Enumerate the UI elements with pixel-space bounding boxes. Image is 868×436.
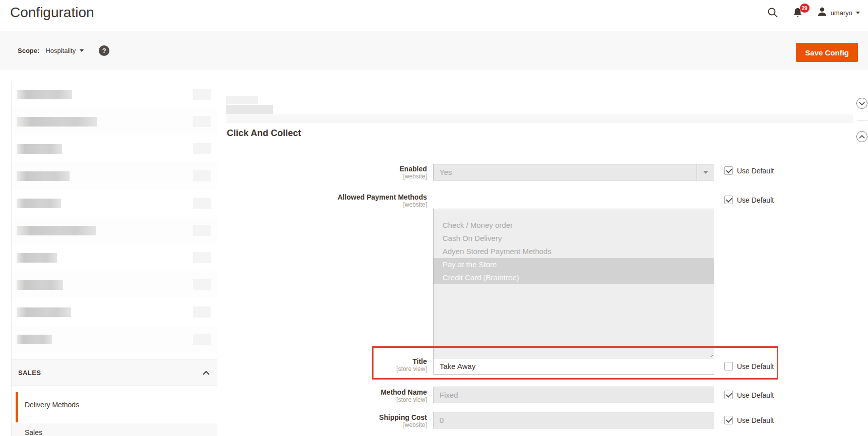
multiselect-options: Check / Money orderCash On DeliveryAdyen… bbox=[433, 209, 714, 284]
redacted-chip bbox=[193, 225, 211, 236]
help-icon[interactable]: ? bbox=[99, 45, 109, 56]
redacted-section-title-line bbox=[226, 105, 273, 114]
title-input[interactable] bbox=[433, 358, 714, 375]
sidebar-section-list bbox=[12, 81, 217, 353]
multiselect-option[interactable]: Pay at the Store bbox=[433, 258, 714, 271]
multiselect-option[interactable]: Check / Money order bbox=[433, 219, 714, 232]
page-header: Configuration 29 umaryo bbox=[0, 0, 868, 31]
config-main-panel: Click And Collect Enabled [website] Yes … bbox=[226, 81, 868, 436]
redacted-text-bar bbox=[17, 117, 97, 127]
redacted-chip bbox=[193, 334, 211, 345]
redacted-text-bar bbox=[17, 280, 63, 290]
scope-toolbar: Scope: Hospitality ? Save Config bbox=[0, 31, 868, 70]
allowed-payment-methods-multiselect[interactable]: Check / Money orderCash On DeliveryAdyen… bbox=[433, 209, 714, 358]
redacted-text-bar bbox=[17, 199, 61, 208]
use-default-shipping-cost[interactable]: Use Default bbox=[724, 416, 774, 424]
select-arrow-segment bbox=[697, 164, 714, 180]
section-collapse-toggle-expanded[interactable] bbox=[856, 131, 867, 142]
sidebar-placeholder-item[interactable] bbox=[12, 162, 217, 190]
notification-count-badge: 29 bbox=[800, 4, 810, 13]
redacted-section-title-line bbox=[226, 96, 258, 104]
chevron-down-icon bbox=[80, 49, 84, 52]
section-row-stripe bbox=[226, 114, 853, 123]
scope-label: Scope: bbox=[18, 47, 39, 54]
field-label-title: Title [store view] bbox=[226, 357, 427, 373]
sidebar-placeholder-item[interactable] bbox=[12, 244, 217, 271]
use-default-checkbox-checked[interactable] bbox=[724, 166, 733, 175]
sidebar-section-sales[interactable]: SALES bbox=[12, 359, 217, 386]
page-title: Configuration bbox=[10, 5, 94, 21]
config-sidebar: SALES Delivery Methods Sales bbox=[11, 81, 217, 436]
sidebar-placeholder-item[interactable] bbox=[12, 190, 217, 217]
multiselect-option[interactable]: Credit Card (Braintree) bbox=[433, 271, 714, 284]
header-actions: 29 umaryo bbox=[767, 0, 860, 25]
notifications-bell-icon[interactable]: 29 bbox=[792, 7, 803, 18]
redacted-text-bar bbox=[17, 307, 71, 317]
use-default-checkbox-unchecked[interactable] bbox=[724, 362, 733, 370]
section-title-click-and-collect: Click And Collect bbox=[227, 128, 301, 139]
chevron-down-icon bbox=[703, 171, 708, 174]
method-name-input[interactable] bbox=[433, 387, 714, 403]
scope-switcher[interactable]: Hospitality bbox=[45, 47, 84, 54]
use-default-enabled[interactable]: Use Default bbox=[724, 166, 774, 175]
redacted-chip bbox=[193, 89, 211, 100]
redacted-text-bar bbox=[17, 226, 96, 235]
redacted-text-bar bbox=[17, 171, 70, 181]
scope-group: Scope: Hospitality ? bbox=[18, 31, 109, 70]
sidebar-placeholder-item[interactable] bbox=[12, 298, 217, 326]
chevron-down-icon bbox=[856, 12, 860, 14]
sidebar-item-sales[interactable]: Sales bbox=[12, 423, 217, 436]
sidebar-placeholder-item[interactable] bbox=[12, 135, 217, 162]
redacted-chip bbox=[193, 198, 211, 209]
sidebar-item-label: Delivery Methods bbox=[25, 401, 79, 409]
username-label: umaryo bbox=[831, 9, 852, 17]
redacted-chip bbox=[193, 170, 211, 181]
enabled-select[interactable]: Yes bbox=[433, 164, 714, 180]
redacted-chip bbox=[193, 279, 211, 290]
use-default-checkbox-checked[interactable] bbox=[724, 391, 733, 399]
use-default-method-name[interactable]: Use Default bbox=[724, 391, 774, 399]
use-default-checkbox-checked[interactable] bbox=[724, 416, 733, 424]
sales-section-label: SALES bbox=[18, 369, 41, 377]
user-menu[interactable]: umaryo bbox=[817, 7, 860, 19]
redacted-text-bar bbox=[17, 253, 57, 263]
use-default-checkbox-checked[interactable] bbox=[724, 196, 733, 204]
chevron-up-icon bbox=[203, 368, 210, 377]
field-label-shipping-cost: Shipping Cost [website] bbox=[226, 413, 427, 429]
redacted-chip bbox=[193, 143, 211, 154]
section-collapse-toggle-collapsed[interactable] bbox=[856, 98, 867, 109]
scope-value-label: Hospitality bbox=[45, 47, 76, 54]
redacted-chip bbox=[193, 306, 211, 318]
active-indicator-bar bbox=[16, 392, 18, 422]
save-config-button[interactable]: Save Config bbox=[796, 43, 858, 62]
field-label-allowed-payment-methods: Allowed Payment Methods [website] bbox=[226, 193, 427, 209]
shipping-cost-input[interactable] bbox=[433, 412, 714, 428]
redacted-chip bbox=[193, 252, 211, 263]
redacted-text-bar bbox=[17, 144, 62, 154]
enabled-select-value: Yes bbox=[440, 164, 452, 180]
sidebar-placeholder-item[interactable] bbox=[12, 108, 217, 135]
search-icon[interactable] bbox=[767, 7, 778, 18]
multiselect-option[interactable]: Cash On Delivery bbox=[433, 232, 714, 245]
user-avatar-icon bbox=[817, 7, 827, 19]
resize-handle[interactable] bbox=[708, 352, 713, 357]
sidebar-item-delivery-methods[interactable]: Delivery Methods bbox=[12, 386, 217, 423]
field-label-enabled: Enabled [website] bbox=[226, 165, 427, 180]
redacted-chip bbox=[193, 116, 211, 127]
sidebar-placeholder-item[interactable] bbox=[12, 326, 217, 353]
sidebar-placeholder-item[interactable] bbox=[12, 217, 217, 244]
redacted-text-bar bbox=[17, 335, 52, 344]
field-label-method-name: Method Name [store view] bbox=[226, 388, 427, 404]
sidebar-placeholder-item[interactable] bbox=[12, 271, 217, 298]
sidebar-placeholder-item[interactable] bbox=[12, 81, 217, 108]
use-default-title[interactable]: Use Default bbox=[724, 362, 774, 370]
divider bbox=[857, 120, 868, 120]
redacted-text-bar bbox=[17, 90, 72, 99]
use-default-allowed-payment-methods[interactable]: Use Default bbox=[724, 196, 774, 204]
multiselect-option[interactable]: Adyen Stored Payment Methods bbox=[433, 245, 714, 258]
